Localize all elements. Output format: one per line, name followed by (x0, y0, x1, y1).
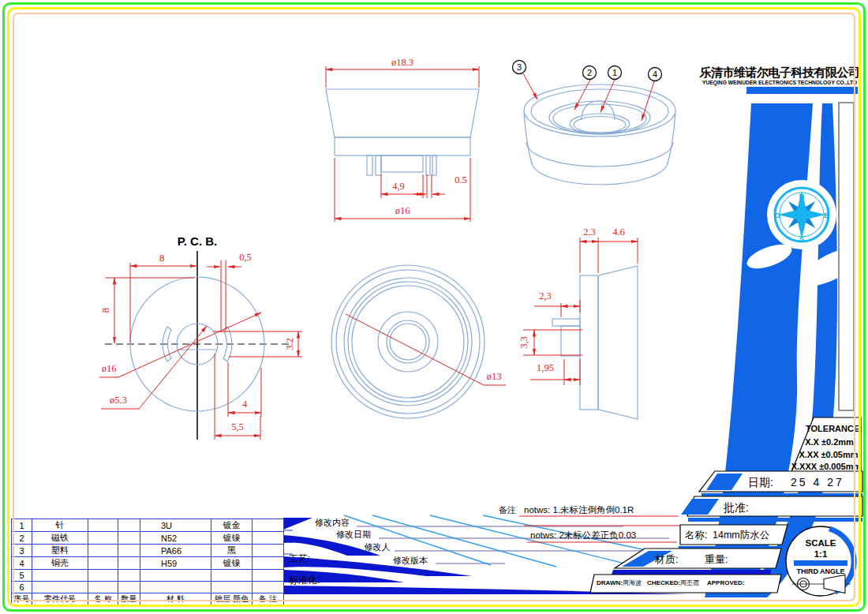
parts-header-cell: 材 料 (140, 593, 211, 605)
part-cell: 塑料 (32, 545, 88, 557)
parts-header-row: 序号 零件代号 名 称 数量 材 料 镀层.颜色 备 注 (12, 593, 284, 605)
approve-label: 批准: (723, 501, 749, 514)
revision-date-label: 修改日期 (336, 530, 371, 539)
part-cell (253, 557, 284, 570)
part-cell (118, 582, 140, 593)
part-row: 1 针 3U 镀金 (12, 519, 284, 532)
part-cell: 黑 (211, 545, 253, 557)
part-name-value: 14mm防水公 (713, 530, 770, 541)
part-cell (253, 570, 284, 582)
part-cell (88, 545, 118, 557)
drawing-sheet: ø18.3 4,9 0.5 ø16 3 2 1 4 (0, 0, 868, 614)
scale-label: SCALE (806, 538, 836, 548)
tolerance-line2: X.XX ±0.05mm (799, 450, 858, 459)
parts-header-cell: 名 称 (88, 593, 118, 605)
part-cell (32, 570, 88, 582)
part-cell (253, 532, 284, 545)
front-body-band (335, 137, 470, 155)
material-bar (612, 570, 772, 575)
revision-person-label: 修改人 (365, 542, 391, 552)
compass-logo: N E S O (767, 180, 836, 249)
pcb-title: P. C. B. (178, 234, 218, 248)
standard-label: 标准化: (289, 575, 320, 586)
checked-label: CHECKED: (647, 579, 680, 586)
side-cone (598, 266, 638, 419)
part-cell (118, 532, 140, 545)
dim-pcb-offset2: 5,5 (231, 421, 244, 432)
part-cell: 3U (140, 519, 211, 532)
tolerance-line1: X.X ±0.2mm (805, 437, 854, 447)
part-row: 4 铜壳 H59 镀镍 (12, 557, 284, 570)
compass-n: N (799, 193, 805, 200)
drawn-label: DRAWN: (597, 579, 623, 586)
tolerance-title: TOLERANCE: (806, 424, 862, 433)
balloon-leaders (523, 73, 654, 121)
front-pin (426, 155, 430, 175)
compass-o: O (774, 212, 780, 219)
dim-plan-diameter: ø13 (487, 371, 502, 382)
balloons: 3 2 1 4 (513, 61, 662, 81)
front-body-cone (326, 89, 479, 137)
dim-pcb-gap: 0,5 (239, 252, 252, 263)
balloon-2: 2 (587, 68, 592, 77)
part-cell: 6 (12, 582, 32, 593)
header-bar (746, 87, 858, 94)
note-line1: notws: 1.未标注倒角倒0.1R (524, 505, 634, 515)
part-cell: 镀金 (211, 519, 253, 532)
part-cell (140, 582, 211, 593)
dim-pcb-offset: 4 (242, 399, 248, 410)
process-label: 工艺: (289, 553, 310, 564)
drawn-value: 周海波 (623, 579, 642, 586)
part-cell (88, 557, 118, 570)
side-tab (552, 319, 580, 326)
material-label: 材质: (654, 553, 679, 565)
parts-header-cell: 数量 (118, 593, 140, 605)
part-cell: H59 (140, 557, 211, 570)
front-pin (367, 155, 372, 175)
plan-view: ø13 (331, 265, 506, 418)
front-pin (432, 155, 436, 175)
parts-header-cell: 备 注 (253, 593, 284, 605)
dim-pcb-height: 3.2 (284, 338, 295, 350)
part-cell: 镀镍 (211, 557, 253, 570)
parts-header-cell: 序号 (12, 593, 32, 605)
part-cell: 镀镍 (211, 532, 253, 545)
iso-band-line (526, 142, 673, 167)
revision-content-label: 修改内容 (315, 518, 350, 527)
checked-value: 周丕霞 (680, 579, 699, 586)
part-cell (118, 557, 140, 570)
dim-front-total: ø18.3 (391, 57, 413, 68)
projection-label: THIRD ANGLE (796, 567, 844, 575)
dim-side-band: 2.3 (583, 227, 596, 238)
revision-version-label: 修改版本 (393, 556, 428, 565)
approve-bar (688, 518, 862, 522)
part-cell (118, 519, 140, 532)
side-block (561, 326, 580, 356)
part-cell (118, 570, 140, 582)
dim-side-cone: 4.6 (612, 227, 625, 238)
part-row: 2 磁铁 N52 镀镍 (12, 532, 284, 545)
part-cell: 4 (12, 557, 32, 570)
iso-ring (549, 101, 650, 134)
dim-front-body: ø16 (395, 205, 410, 216)
iso-wall-left (524, 113, 532, 163)
part-cell: 3 (12, 545, 32, 557)
plan-leader (346, 314, 506, 385)
part-cell (211, 582, 253, 593)
iso-ring (553, 104, 646, 133)
part-cell (88, 570, 118, 582)
dim-side-pin: 1,95 (537, 362, 554, 373)
part-cell: 磁铁 (32, 532, 88, 545)
part-cell: 铜壳 (32, 557, 88, 570)
parts-header-cell: 零件代号 (32, 593, 88, 605)
side-band (580, 275, 598, 410)
tolerance-line3: X.XXX ±0.005mm (791, 462, 862, 471)
company-name-cn: 乐清市维诺尔电子科技有限公司 (699, 66, 860, 79)
weight-label: 重量: (705, 553, 728, 565)
iso-wall-right (668, 113, 675, 163)
front-pin (376, 155, 381, 175)
part-cell: 5 (12, 570, 32, 582)
side-strip (839, 103, 854, 410)
balloon-3: 3 (517, 62, 522, 72)
iso-view: 3 2 1 4 (513, 61, 676, 185)
